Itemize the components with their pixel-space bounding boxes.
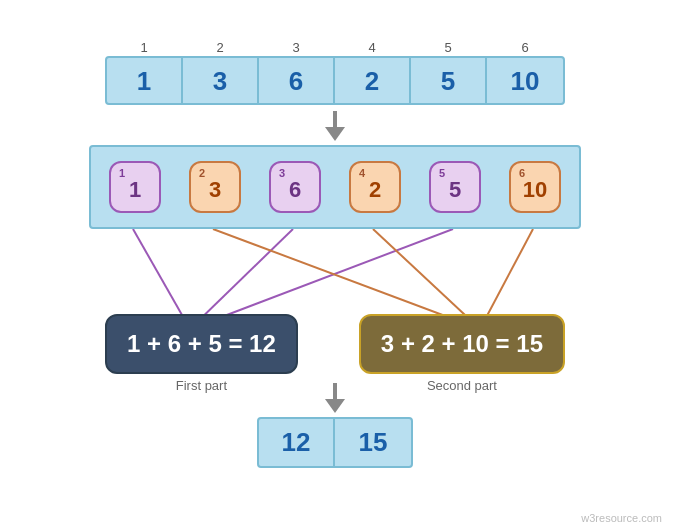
top-cell-4: 4 2 xyxy=(335,58,411,103)
badge-1: 1 1 xyxy=(109,161,161,213)
bottom-array: 12 15 xyxy=(257,417,413,468)
bottom-cell-1: 12 xyxy=(259,419,335,466)
bottom-cell-2: 15 xyxy=(335,419,411,466)
badge-cell-6: 6 10 xyxy=(497,161,573,213)
arrow-down-1 xyxy=(325,111,345,141)
badge-cell-1: 1 1 xyxy=(97,161,173,213)
main-container: 1 1 2 3 3 6 4 2 5 5 6 10 xyxy=(0,0,670,528)
badge-cell-4: 4 2 xyxy=(337,161,413,213)
result-label-second: Second part xyxy=(427,378,497,393)
badge-3: 3 6 xyxy=(269,161,321,213)
second-array: 1 1 2 3 3 6 4 2 5 5 xyxy=(89,145,581,229)
badge-cell-2: 2 3 xyxy=(177,161,253,213)
badge-4: 4 2 xyxy=(349,161,401,213)
result-label-first: First part xyxy=(176,378,227,393)
badge-cell-5: 5 5 xyxy=(417,161,493,213)
result-box-first: 1 + 6 + 5 = 12 xyxy=(105,314,298,374)
watermark: w3resource.com xyxy=(581,512,662,524)
top-cell-6: 6 10 xyxy=(487,58,563,103)
top-cell-5: 5 5 xyxy=(411,58,487,103)
top-array: 1 1 2 3 3 6 4 2 5 5 6 10 xyxy=(105,56,565,105)
top-cell-1: 1 1 xyxy=(107,58,183,103)
badge-5: 5 5 xyxy=(429,161,481,213)
result-box-second: 3 + 2 + 10 = 15 xyxy=(359,314,565,374)
top-cell-2: 2 3 xyxy=(183,58,259,103)
top-cell-3: 3 6 xyxy=(259,58,335,103)
badge-6: 6 10 xyxy=(509,161,561,213)
badge-2: 2 3 xyxy=(189,161,241,213)
badge-cell-3: 3 6 xyxy=(257,161,333,213)
